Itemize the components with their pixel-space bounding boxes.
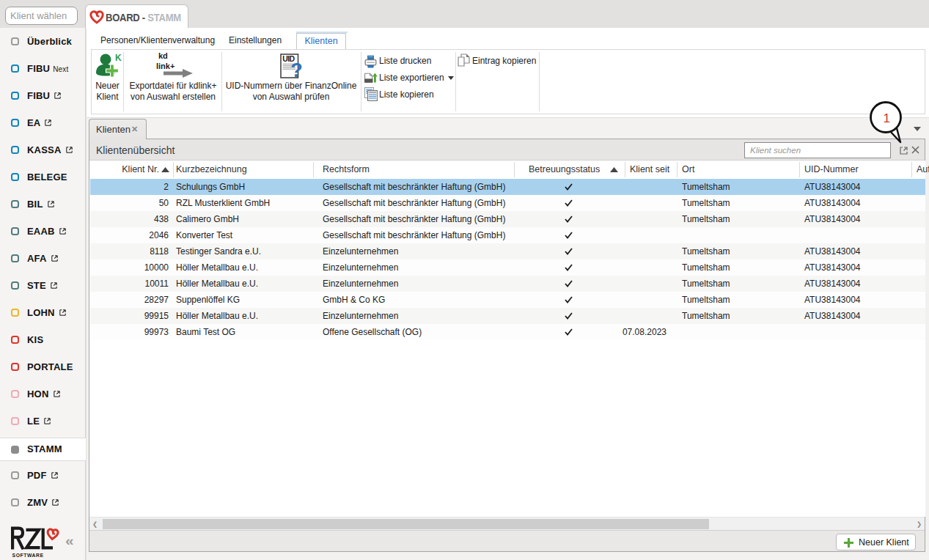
svg-text:K: K	[115, 53, 122, 63]
svg-text:?: ?	[290, 59, 303, 81]
svg-text:1: 1	[884, 111, 890, 125]
svg-text:SOFTWARE: SOFTWARE	[12, 553, 44, 558]
